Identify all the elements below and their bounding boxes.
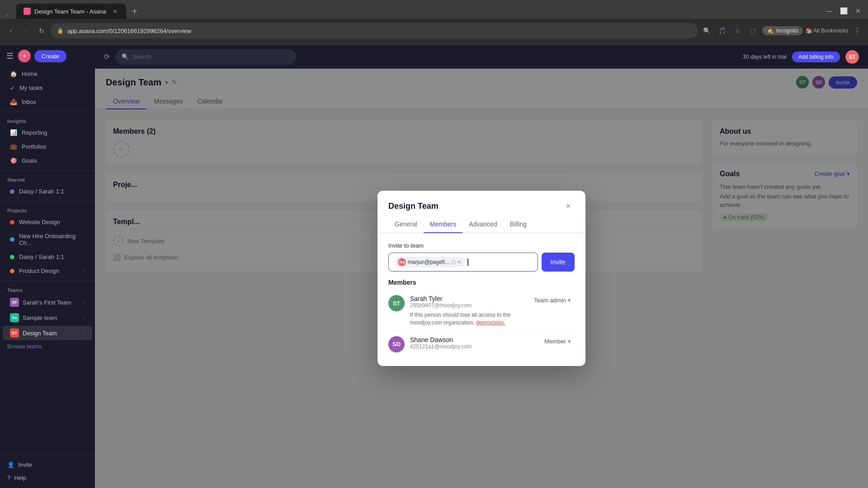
sidebar-nav-reporting[interactable]: 📊 Reporting — [3, 126, 92, 139]
email-chip: ma marjun@pagefi... ⓘ × — [394, 257, 465, 267]
sidebar-nav-goals[interactable]: 🎯 Goals — [3, 154, 92, 167]
add-billing-btn[interactable]: Add billing info — [792, 52, 840, 62]
sidebar-project-daisy-sarah[interactable]: Daisy / Sarah 1:1 — [3, 250, 92, 263]
user-avatar-header[interactable]: ST — [845, 50, 859, 64]
incognito-label: Incognito — [776, 28, 798, 34]
tasks-label: My tasks — [19, 84, 42, 91]
modal-tab-members[interactable]: Members — [424, 216, 462, 233]
browser-actions: 🔍 🎵 ☆ ⬚ 🕵 Incognito 📚 All Bookmarks ⋮ — [701, 24, 863, 37]
close-window-btn[interactable]: ✕ — [852, 5, 864, 17]
search-icon[interactable]: 🔍 — [701, 24, 713, 37]
asana-logo: ✦ Create — [18, 50, 66, 62]
project-dot-4 — [10, 269, 14, 273]
sidebar-hamburger-btn[interactable]: ☰ — [5, 50, 14, 62]
modal-header: Design Team × — [377, 191, 585, 212]
sidebar-project-new-hire[interactable]: New Hire Onboarding Ch... — [3, 230, 92, 249]
nav-back-btn[interactable]: ‹ — [4, 12, 11, 19]
header-search-bar[interactable]: 🔍 Search — [115, 49, 296, 65]
browser-tab-active[interactable]: Design Team Team - Asana × — [16, 4, 126, 19]
invite-label: Invite to team — [388, 242, 575, 249]
role-selector-sarah[interactable]: Team admin ▾ — [530, 295, 575, 305]
create-button[interactable]: Create — [34, 50, 66, 62]
invite-input-field[interactable]: ma marjun@pagefi... ⓘ × — [388, 253, 538, 272]
reporting-icon: 📊 — [10, 129, 17, 136]
team-chevron-icon-2: › — [83, 315, 85, 320]
modal-tab-general[interactable]: General — [388, 216, 424, 233]
team-avatar-3: DT — [10, 328, 19, 338]
sidebar-nav-portfolios[interactable]: 💼 Portfolios — [3, 140, 92, 153]
main-area: ⟳ 🔍 Search 30 days left in trial Add bil… — [95, 45, 868, 488]
sidebar-project-product-design[interactable]: Product Design › — [3, 264, 92, 277]
member-avatar-sd: SD — [388, 336, 405, 352]
sidebar-invite-btn[interactable]: 👤 Invite — [0, 458, 95, 471]
inbox-icon: 📥 — [10, 99, 17, 105]
team-name-label: Sarah's First Team — [23, 299, 71, 306]
browser-navbar: ‹ › ↻ 🔒 app.asana.com/0/1206166192996264… — [0, 19, 868, 42]
help-label: Help — [14, 474, 26, 481]
invite-icon: 👤 — [7, 461, 14, 468]
chip-remove-icon[interactable]: × — [458, 259, 461, 265]
sidebar-team-sample[interactable]: Sa Sample team › — [3, 310, 92, 325]
sidebar-divider-1 — [0, 112, 95, 112]
sidebar-team-sarahs-first[interactable]: SF Sarah's First Team › — [3, 295, 92, 310]
invite-submit-btn[interactable]: Invite — [542, 253, 575, 272]
trial-text: 30 days left in trial — [743, 54, 787, 60]
role-selector-shane[interactable]: Member ▾ — [541, 336, 575, 347]
deprovision-link[interactable]: deprovision. — [476, 319, 505, 326]
sidebar-project-website-design[interactable]: Website Design — [3, 216, 92, 229]
team-name-label-3: Design Team — [23, 330, 57, 337]
forward-btn[interactable]: › — [20, 24, 33, 37]
sync-icon: ⟳ — [104, 52, 110, 61]
media-btn[interactable]: 🎵 — [716, 24, 729, 37]
bookmark-btn[interactable]: ☆ — [731, 24, 744, 37]
home-icon: 🏠 — [10, 70, 17, 77]
search-icon-header: 🔍 — [122, 53, 129, 60]
address-bar[interactable]: 🔒 app.asana.com/0/1206166192996264/overv… — [51, 23, 698, 38]
member-info-shane: Shane Dawson 425121a1@moodjoy.com — [410, 336, 535, 350]
bookmarks-btn[interactable]: 📚 All Bookmarks — [806, 28, 848, 34]
goals-icon: 🎯 — [10, 157, 17, 164]
modal-close-btn[interactable]: × — [562, 200, 575, 212]
sidebar-item-daisy-sarah[interactable]: Daisy / Sarah 1:1 — [3, 185, 92, 198]
sidebar-nav-my-tasks[interactable]: ✓ My tasks — [3, 81, 92, 94]
menu-btn[interactable]: ⋮ — [851, 24, 863, 37]
sidebar-team-design[interactable]: DT Design Team › — [3, 326, 92, 340]
maximize-btn[interactable]: ⬜ — [837, 5, 850, 17]
back-btn[interactable]: ‹ — [5, 24, 17, 37]
modal-tabs: General Members Advanced Billing — [377, 216, 585, 233]
chip-avatar: ma — [398, 258, 406, 266]
home-label: Home — [22, 70, 38, 77]
daisy-sarah-label: Daisy / Sarah 1:1 — [19, 188, 64, 195]
sidebar-toggle-btn[interactable]: ⬚ — [747, 24, 760, 37]
reporting-label: Reporting — [22, 129, 47, 136]
sidebar-nav-home[interactable]: 🏠 Home — [3, 67, 92, 80]
modal-tab-billing[interactable]: Billing — [503, 216, 533, 233]
sidebar-divider-2 — [0, 170, 95, 171]
invite-input-row: ma marjun@pagefi... ⓘ × Invite — [388, 253, 575, 272]
sidebar-help-btn[interactable]: ? Help — [0, 471, 95, 484]
minimize-btn[interactable]: — — [823, 5, 835, 17]
project-label-4: Product Design — [19, 267, 59, 274]
sidebar-nav-inbox[interactable]: 📥 Inbox — [3, 95, 92, 108]
modal-overlay[interactable]: Design Team × General Members Advanced B… — [95, 69, 868, 488]
project-label: Website Design — [19, 219, 60, 225]
member-email-shane: 425121a1@moodjoy.com — [410, 343, 535, 350]
member-info-sarah: Sarah Tyler 295b9407@moodjoy.com If this… — [410, 295, 525, 327]
browse-teams-link[interactable]: Browse teams — [0, 341, 95, 352]
role-label-sarah: Team admin — [534, 297, 566, 304]
sidebar-bottom: 👤 Invite ? Help — [0, 454, 95, 488]
inbox-label: Inbox — [22, 99, 36, 105]
new-tab-btn[interactable]: + — [128, 5, 142, 18]
member-row-shane: SD Shane Dawson 425121a1@moodjoy.com Mem… — [388, 332, 575, 357]
teams-label: Teams — [0, 284, 95, 295]
browser-chrome: ‹ Design Team Team - Asana × + — ⬜ ✕ ‹ ›… — [0, 0, 868, 45]
member-warning-sarah: If this person should lose all access to… — [410, 311, 525, 327]
role-dropdown-icon: ▾ — [568, 297, 571, 304]
tab-favicon — [24, 8, 31, 15]
member-row-sarah: ST Sarah Tyler 295b9407@moodjoy.com If t… — [388, 291, 575, 332]
project-label-2: New Hire Onboarding Ch... — [19, 233, 85, 246]
modal-dialog: Design Team × General Members Advanced B… — [377, 191, 585, 366]
reload-btn[interactable]: ↻ — [35, 24, 48, 37]
tab-close-btn[interactable]: × — [112, 8, 119, 15]
modal-tab-advanced[interactable]: Advanced — [462, 216, 503, 233]
